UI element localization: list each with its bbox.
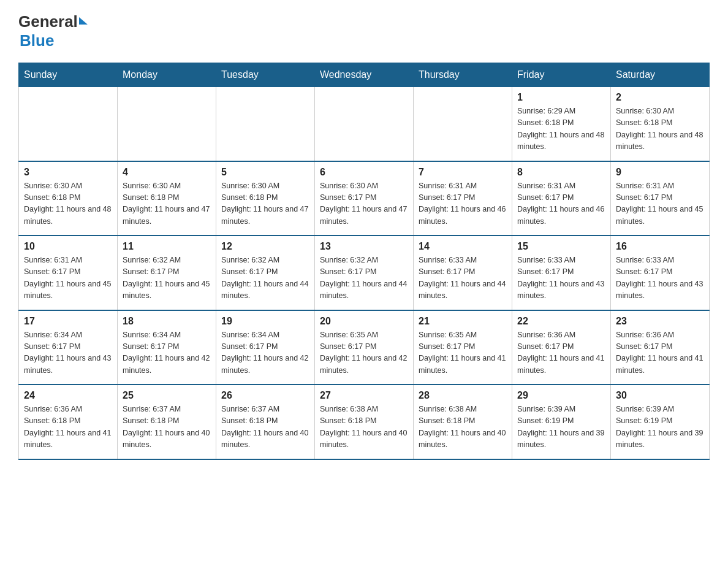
calendar-cell	[216, 87, 315, 161]
calendar-cell: 30Sunrise: 6:39 AM Sunset: 6:19 PM Dayli…	[611, 385, 710, 459]
day-number: 13	[320, 241, 408, 252]
day-info: Sunrise: 6:32 AM Sunset: 6:17 PM Dayligh…	[221, 255, 309, 302]
week-row-4: 17Sunrise: 6:34 AM Sunset: 6:17 PM Dayli…	[19, 310, 710, 385]
day-number: 2	[616, 92, 704, 103]
calendar-cell	[118, 87, 216, 161]
calendar-cell: 11Sunrise: 6:32 AM Sunset: 6:17 PM Dayli…	[118, 236, 216, 310]
day-info: Sunrise: 6:32 AM Sunset: 6:17 PM Dayligh…	[320, 255, 408, 302]
calendar-cell: 21Sunrise: 6:35 AM Sunset: 6:17 PM Dayli…	[414, 310, 512, 385]
calendar-cell: 14Sunrise: 6:33 AM Sunset: 6:17 PM Dayli…	[414, 236, 512, 310]
day-info: Sunrise: 6:36 AM Sunset: 6:17 PM Dayligh…	[517, 329, 605, 377]
day-info: Sunrise: 6:39 AM Sunset: 6:19 PM Dayligh…	[616, 404, 704, 451]
calendar-cell: 25Sunrise: 6:37 AM Sunset: 6:18 PM Dayli…	[118, 385, 216, 459]
day-info: Sunrise: 6:33 AM Sunset: 6:17 PM Dayligh…	[419, 255, 507, 302]
day-number: 4	[123, 167, 211, 178]
weekday-header-friday: Friday	[512, 63, 611, 87]
day-info: Sunrise: 6:38 AM Sunset: 6:18 PM Dayligh…	[320, 404, 408, 451]
day-info: Sunrise: 6:31 AM Sunset: 6:17 PM Dayligh…	[616, 180, 704, 228]
day-number: 28	[419, 390, 507, 401]
day-info: Sunrise: 6:38 AM Sunset: 6:18 PM Dayligh…	[419, 404, 507, 451]
day-number: 25	[123, 390, 211, 401]
day-number: 23	[616, 316, 704, 327]
calendar-cell	[315, 87, 414, 161]
week-row-5: 24Sunrise: 6:36 AM Sunset: 6:18 PM Dayli…	[19, 385, 710, 459]
day-number: 24	[24, 390, 112, 401]
day-number: 7	[419, 167, 507, 178]
calendar-cell: 12Sunrise: 6:32 AM Sunset: 6:17 PM Dayli…	[216, 236, 315, 310]
calendar-cell: 19Sunrise: 6:34 AM Sunset: 6:17 PM Dayli…	[216, 310, 315, 385]
day-info: Sunrise: 6:36 AM Sunset: 6:17 PM Dayligh…	[616, 329, 704, 377]
day-info: Sunrise: 6:39 AM Sunset: 6:19 PM Dayligh…	[517, 404, 605, 451]
calendar-cell: 24Sunrise: 6:36 AM Sunset: 6:18 PM Dayli…	[19, 385, 118, 459]
day-info: Sunrise: 6:37 AM Sunset: 6:18 PM Dayligh…	[123, 404, 211, 451]
logo-blue: Blue	[20, 31, 88, 50]
calendar-cell: 6Sunrise: 6:30 AM Sunset: 6:17 PM Daylig…	[315, 161, 414, 236]
calendar-cell: 26Sunrise: 6:37 AM Sunset: 6:18 PM Dayli…	[216, 385, 315, 459]
calendar-cell	[19, 87, 118, 161]
calendar-cell: 16Sunrise: 6:33 AM Sunset: 6:17 PM Dayli…	[611, 236, 710, 310]
calendar-cell: 22Sunrise: 6:36 AM Sunset: 6:17 PM Dayli…	[512, 310, 611, 385]
day-number: 11	[123, 241, 211, 252]
calendar-cell: 2Sunrise: 6:30 AM Sunset: 6:18 PM Daylig…	[611, 87, 710, 161]
day-number: 16	[616, 241, 704, 252]
day-number: 9	[616, 167, 704, 178]
day-info: Sunrise: 6:34 AM Sunset: 6:17 PM Dayligh…	[123, 329, 211, 377]
day-number: 5	[221, 167, 309, 178]
day-number: 18	[123, 316, 211, 327]
day-number: 14	[419, 241, 507, 252]
weekday-header-row: SundayMondayTuesdayWednesdayThursdayFrid…	[19, 63, 710, 87]
logo: General Blue	[18, 12, 88, 50]
day-info: Sunrise: 6:34 AM Sunset: 6:17 PM Dayligh…	[221, 329, 309, 377]
day-number: 17	[24, 316, 112, 327]
day-info: Sunrise: 6:37 AM Sunset: 6:18 PM Dayligh…	[221, 404, 309, 451]
calendar-cell: 17Sunrise: 6:34 AM Sunset: 6:17 PM Dayli…	[19, 310, 118, 385]
day-number: 6	[320, 167, 408, 178]
weekday-header-saturday: Saturday	[611, 63, 710, 87]
day-number: 29	[517, 390, 605, 401]
logo-general: General	[18, 12, 78, 31]
day-info: Sunrise: 6:30 AM Sunset: 6:18 PM Dayligh…	[24, 180, 112, 228]
week-row-2: 3Sunrise: 6:30 AM Sunset: 6:18 PM Daylig…	[19, 161, 710, 236]
calendar-cell: 27Sunrise: 6:38 AM Sunset: 6:18 PM Dayli…	[315, 385, 414, 459]
day-number: 22	[517, 316, 605, 327]
calendar-cell: 20Sunrise: 6:35 AM Sunset: 6:17 PM Dayli…	[315, 310, 414, 385]
calendar-cell: 8Sunrise: 6:31 AM Sunset: 6:17 PM Daylig…	[512, 161, 611, 236]
calendar-cell: 23Sunrise: 6:36 AM Sunset: 6:17 PM Dayli…	[611, 310, 710, 385]
day-number: 20	[320, 316, 408, 327]
calendar-cell: 3Sunrise: 6:30 AM Sunset: 6:18 PM Daylig…	[19, 161, 118, 236]
day-info: Sunrise: 6:35 AM Sunset: 6:17 PM Dayligh…	[419, 329, 507, 377]
day-number: 30	[616, 390, 704, 401]
week-row-3: 10Sunrise: 6:31 AM Sunset: 6:17 PM Dayli…	[19, 236, 710, 310]
day-number: 27	[320, 390, 408, 401]
day-number: 10	[24, 241, 112, 252]
calendar-cell: 18Sunrise: 6:34 AM Sunset: 6:17 PM Dayli…	[118, 310, 216, 385]
day-info: Sunrise: 6:29 AM Sunset: 6:18 PM Dayligh…	[517, 105, 605, 153]
day-info: Sunrise: 6:31 AM Sunset: 6:17 PM Dayligh…	[419, 180, 507, 228]
calendar-cell: 5Sunrise: 6:30 AM Sunset: 6:18 PM Daylig…	[216, 161, 315, 236]
day-info: Sunrise: 6:34 AM Sunset: 6:17 PM Dayligh…	[24, 329, 112, 377]
calendar-cell	[414, 87, 512, 161]
weekday-header-sunday: Sunday	[19, 63, 118, 87]
calendar-table: SundayMondayTuesdayWednesdayThursdayFrid…	[18, 63, 710, 460]
day-number: 15	[517, 241, 605, 252]
day-number: 8	[517, 167, 605, 178]
day-number: 12	[221, 241, 309, 252]
day-info: Sunrise: 6:35 AM Sunset: 6:17 PM Dayligh…	[320, 329, 408, 377]
day-number: 21	[419, 316, 507, 327]
calendar-cell: 28Sunrise: 6:38 AM Sunset: 6:18 PM Dayli…	[414, 385, 512, 459]
day-info: Sunrise: 6:30 AM Sunset: 6:18 PM Dayligh…	[123, 180, 211, 228]
weekday-header-monday: Monday	[118, 63, 216, 87]
calendar-cell: 9Sunrise: 6:31 AM Sunset: 6:17 PM Daylig…	[611, 161, 710, 236]
day-info: Sunrise: 6:33 AM Sunset: 6:17 PM Dayligh…	[517, 255, 605, 302]
weekday-header-wednesday: Wednesday	[315, 63, 414, 87]
weekday-header-thursday: Thursday	[414, 63, 512, 87]
calendar-cell: 13Sunrise: 6:32 AM Sunset: 6:17 PM Dayli…	[315, 236, 414, 310]
day-number: 1	[517, 92, 605, 103]
day-number: 3	[24, 167, 112, 178]
day-info: Sunrise: 6:32 AM Sunset: 6:17 PM Dayligh…	[123, 255, 211, 302]
calendar-cell: 15Sunrise: 6:33 AM Sunset: 6:17 PM Dayli…	[512, 236, 611, 310]
calendar-cell: 1Sunrise: 6:29 AM Sunset: 6:18 PM Daylig…	[512, 87, 611, 161]
day-info: Sunrise: 6:30 AM Sunset: 6:18 PM Dayligh…	[221, 180, 309, 228]
calendar-cell: 10Sunrise: 6:31 AM Sunset: 6:17 PM Dayli…	[19, 236, 118, 310]
day-info: Sunrise: 6:36 AM Sunset: 6:18 PM Dayligh…	[24, 404, 112, 451]
